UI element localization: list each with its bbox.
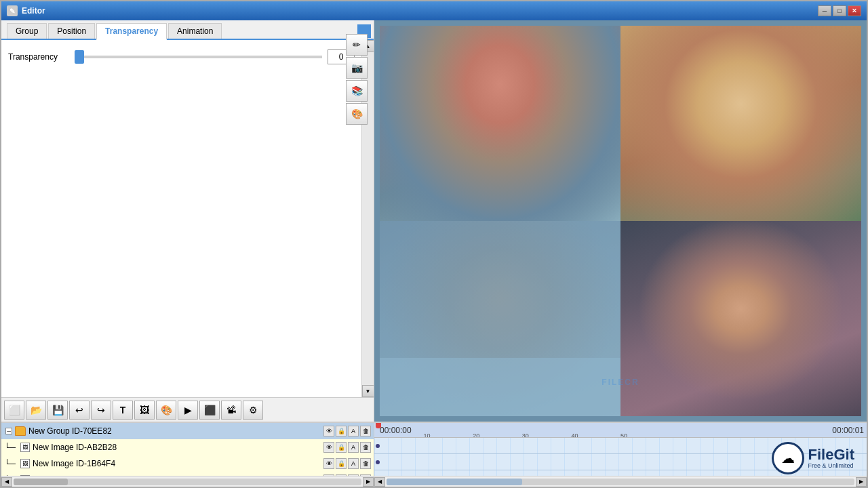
- timeline-scroll-left[interactable]: ◀: [374, 477, 385, 487]
- library-tool-button[interactable]: 📚: [346, 80, 368, 102]
- window-title: Editor: [22, 6, 818, 16]
- alpha-button-2[interactable]: A: [348, 458, 359, 469]
- filegit-name: FileGit: [808, 447, 854, 462]
- scroll-left-button[interactable]: ◀: [1, 477, 12, 487]
- image-cell-1: [380, 26, 620, 221]
- left-scrollbar: ◀ ▶: [1, 476, 374, 487]
- ruler-ticks: 10 20 30 40 50: [374, 432, 867, 438]
- horizontal-scroll-track: [14, 479, 361, 485]
- undo-button[interactable]: ↩: [69, 401, 90, 420]
- image-cell-2: [620, 26, 861, 221]
- bottom-toolbar: ⬜ 📂 💾 ↩ ↪ T 🖼 🎨 ▶ ⬛ 📽 ⚙: [1, 397, 374, 422]
- color-button[interactable]: 🎨: [156, 401, 176, 420]
- palette-tool-button[interactable]: 🎨: [346, 103, 368, 125]
- text-button[interactable]: T: [113, 401, 133, 420]
- indent-spacer: └─: [4, 443, 18, 452]
- image2-layer-actions: 👁 🔒 A 🗑: [323, 458, 371, 469]
- window-controls: ─ □ ✕: [818, 5, 861, 16]
- scroll-down-button[interactable]: ▼: [362, 385, 374, 397]
- timeline-scroll-thumb: [387, 479, 522, 485]
- visibility-button[interactable]: 👁: [323, 426, 334, 436]
- save-button[interactable]: 💾: [47, 401, 68, 420]
- layer-panel: ─ New Group ID-70EE82 👁 🔒 A 🗑 └─ 🖼 New I…: [1, 423, 374, 476]
- layers-timeline: ─ New Group ID-70EE82 👁 🔒 A 🗑 └─ 🖼 New I…: [1, 422, 867, 476]
- close-button[interactable]: ✕: [848, 5, 861, 16]
- bottom-scrollbar-area: ◀ ▶ ◀ ▶: [1, 476, 867, 487]
- slider-container: [75, 56, 322, 58]
- image1-layer-actions: 👁 🔒 A 🗑: [323, 442, 371, 453]
- minimize-button[interactable]: ─: [818, 5, 831, 16]
- right-panel: FILECR: [374, 20, 867, 422]
- group-layer-actions: 👁 🔒 A 🗑: [323, 426, 371, 436]
- image-grid: [380, 26, 861, 416]
- group-dot: [376, 444, 380, 448]
- transparency-control: Transparency 0: [8, 49, 355, 64]
- image-cell-4: [620, 221, 861, 416]
- playhead-marker: [376, 423, 381, 428]
- bottom-area: ─ New Group ID-70EE82 👁 🔒 A 🗑 └─ 🖼 New I…: [1, 422, 867, 487]
- tab-position[interactable]: Position: [48, 23, 95, 39]
- preview-canvas: FILECR: [374, 20, 867, 422]
- lock-button-1[interactable]: 🔒: [336, 442, 347, 453]
- timeline-scrollbar: ◀ ▶: [374, 476, 867, 487]
- layer-row-image1[interactable]: └─ 🖼 New Image ID-AB2B28 👁 🔒 A 🗑: [1, 439, 374, 455]
- main-content: Group Position Transparency Animation Tr…: [1, 20, 867, 422]
- preview-area: FILECR: [374, 20, 867, 422]
- group-layer-name: New Group ID-70EE82: [28, 426, 321, 436]
- transparency-slider[interactable]: [75, 56, 322, 58]
- layer-row-group[interactable]: ─ New Group ID-70EE82 👁 🔒 A 🗑: [1, 423, 374, 439]
- lock-button[interactable]: 🔒: [336, 426, 347, 436]
- titlebar: ✎ Editor ─ □ ✕: [1, 1, 867, 20]
- open-button[interactable]: 📂: [26, 401, 46, 420]
- timeline-ruler: 00:00:00 00:00:01 10 20 30 40 50: [374, 423, 867, 438]
- stop-button[interactable]: ⬛: [199, 401, 220, 420]
- image-icon-2: 🖼: [20, 459, 30, 468]
- vertical-toolbar: ✏ 📷 📚 🎨: [346, 34, 368, 125]
- transparency-label: Transparency: [8, 52, 69, 62]
- image-cell-3: [380, 221, 620, 416]
- editor-window: ✎ Editor ─ □ ✕ Group Position Transparen…: [0, 0, 868, 488]
- delete-button[interactable]: 🗑: [360, 426, 371, 436]
- camera-tool-button[interactable]: 📷: [346, 57, 368, 79]
- alpha-button-1[interactable]: A: [348, 442, 359, 453]
- image1-layer-name: New Image ID-AB2B28: [33, 443, 321, 452]
- delete-button-2[interactable]: 🗑: [360, 458, 371, 469]
- scroll-right-button[interactable]: ▶: [363, 477, 374, 487]
- visibility-button-2[interactable]: 👁: [323, 458, 334, 469]
- horizontal-scroll-thumb: [14, 479, 68, 485]
- layer-row-image2[interactable]: └─ 🖼 New Image ID-1B64F4 👁 🔒 A 🗑: [1, 455, 374, 472]
- draw-tool-button[interactable]: ✏: [346, 34, 368, 56]
- filegit-subtitle: Free & Unlimited: [808, 462, 854, 469]
- image1-dot: [376, 460, 380, 464]
- play-button[interactable]: ▶: [178, 401, 198, 420]
- filegit-icon: ☁: [772, 442, 804, 474]
- image-button[interactable]: 🖼: [134, 401, 155, 420]
- timeline-scroll-right[interactable]: ▶: [856, 477, 867, 487]
- tab-transparency[interactable]: Transparency: [96, 23, 167, 40]
- delete-button-1[interactable]: 🗑: [360, 442, 371, 453]
- left-panel: Group Position Transparency Animation Tr…: [1, 20, 374, 422]
- folder-icon: [15, 426, 26, 436]
- image-icon: 🖼: [20, 443, 30, 452]
- panel-inner: Transparency 0: [1, 40, 361, 397]
- collapse-button[interactable]: ─: [5, 428, 12, 434]
- film-button[interactable]: 📽: [221, 401, 241, 420]
- tab-bar: Group Position Transparency Animation: [1, 20, 374, 40]
- tab-animation[interactable]: Animation: [168, 23, 222, 39]
- settings-button[interactable]: ⚙: [243, 401, 263, 420]
- indent-spacer-2: └─: [4, 459, 18, 468]
- filegit-branding: ☁ FileGit Free & Unlimited: [772, 442, 854, 474]
- visibility-button-1[interactable]: 👁: [323, 442, 334, 453]
- tab-group[interactable]: Group: [7, 23, 47, 39]
- timeline-scroll-track: [387, 479, 854, 485]
- image2-layer-name: New Image ID-1B64F4: [33, 459, 321, 468]
- panel-content: Transparency 0 ▲ ▼: [1, 40, 374, 397]
- filegit-text: FileGit Free & Unlimited: [808, 447, 854, 469]
- maximize-button[interactable]: □: [833, 5, 846, 16]
- alpha-button[interactable]: A: [348, 426, 359, 436]
- redo-button[interactable]: ↪: [91, 401, 111, 420]
- app-icon: ✎: [7, 5, 18, 16]
- new-button[interactable]: ⬜: [4, 401, 24, 420]
- lock-button-2[interactable]: 🔒: [336, 458, 347, 469]
